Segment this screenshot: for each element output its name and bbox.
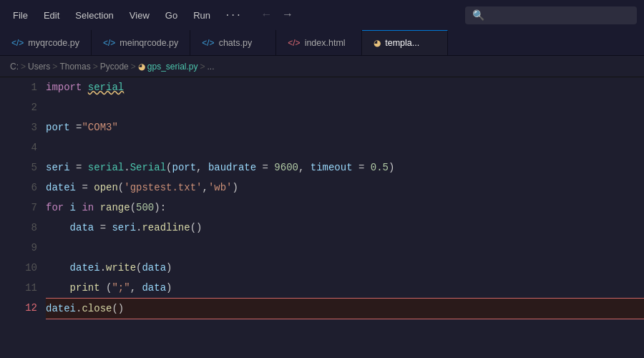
op-eq2: = bbox=[76, 158, 88, 178]
str-semi: ";" bbox=[112, 278, 130, 298]
code-line-2 bbox=[46, 97, 644, 117]
search-icon: 🔍 bbox=[472, 9, 484, 21]
code-line-7: for i in range(500): bbox=[46, 198, 644, 218]
line-numbers: 1 2 3 4 5 6 7 8 9 10 11 12 bbox=[6, 77, 43, 358]
html-icon: </> bbox=[288, 38, 300, 48]
sep3: > bbox=[93, 62, 98, 72]
code-line-5: seri = serial.Serial(port, baudrate = 96… bbox=[46, 158, 644, 178]
py-icon-2: </> bbox=[103, 38, 115, 48]
line-num-5: 5 bbox=[6, 158, 37, 178]
gutter-indicator bbox=[0, 77, 6, 358]
breadcrumb-dots: ... bbox=[208, 62, 215, 72]
op-eq6: = bbox=[100, 218, 112, 238]
menu-edit[interactable]: Edit bbox=[38, 7, 65, 24]
menu-run[interactable]: Run bbox=[187, 7, 216, 24]
line-num-11: 11 bbox=[6, 278, 37, 298]
tab-meinqrcode[interactable]: </> meinqrcode.py bbox=[92, 30, 190, 55]
nav-arrows: ← → bbox=[257, 7, 296, 23]
punc-dot2: . bbox=[136, 218, 142, 238]
menu-view[interactable]: View bbox=[124, 7, 155, 24]
kw-import: import bbox=[46, 77, 88, 97]
var-port: port bbox=[46, 117, 76, 137]
param-baudrate: baudrate bbox=[208, 158, 263, 178]
line-num-6: 6 bbox=[6, 178, 37, 198]
tab-templa-label: templa... bbox=[385, 38, 419, 48]
punc-comma4: , bbox=[130, 278, 142, 298]
fn-open: open bbox=[94, 178, 118, 198]
indent-8 bbox=[46, 218, 70, 238]
line-num-7: 7 bbox=[6, 198, 37, 218]
str-gpstest: 'gpstest.txt' bbox=[124, 178, 202, 198]
editor: 1 2 3 4 5 6 7 8 9 10 11 12 import serial… bbox=[0, 77, 644, 358]
line-num-10: 10 bbox=[6, 258, 37, 278]
menu-selection[interactable]: Selection bbox=[69, 7, 119, 24]
tab-meinqrcode-label: meinqrcode.py bbox=[119, 38, 178, 48]
forward-button[interactable]: → bbox=[278, 7, 297, 23]
breadcrumb-pycode: Pycode bbox=[100, 62, 129, 72]
punc-comma2: , bbox=[298, 158, 311, 178]
tab-gps-serial[interactable]: ◕ templa... bbox=[362, 30, 448, 55]
sep5: > bbox=[200, 62, 205, 72]
line-num-2: 2 bbox=[6, 97, 37, 117]
num-9600: 9600 bbox=[274, 158, 298, 178]
punc-paren6: ): bbox=[154, 198, 166, 218]
var-seri2: seri bbox=[112, 218, 136, 238]
punc-paren9: ) bbox=[166, 258, 172, 278]
punc-paren3: ( bbox=[118, 178, 124, 198]
code-editor[interactable]: import serial port ="COM3" seri = serial… bbox=[43, 77, 644, 358]
line-num-12: 12 bbox=[6, 298, 37, 318]
line-num-8: 8 bbox=[6, 218, 37, 238]
punc-paren8: ( bbox=[136, 258, 142, 278]
punc-dot3: . bbox=[100, 258, 106, 278]
tab-myqrcode-label: myqrcode.py bbox=[28, 38, 79, 48]
punc-paren10: ( bbox=[106, 278, 112, 298]
cls-serial: Serial bbox=[130, 158, 166, 178]
py-icon-3: </> bbox=[202, 38, 214, 48]
tab-index-label: index.html bbox=[305, 38, 346, 48]
var-data2: data bbox=[142, 258, 166, 278]
search-input[interactable] bbox=[489, 10, 630, 21]
file-icon: ◕ bbox=[138, 62, 145, 72]
menu-go[interactable]: Go bbox=[160, 7, 183, 24]
var-datei: datei bbox=[46, 178, 82, 198]
tab-chats[interactable]: </> chats.py bbox=[190, 30, 276, 55]
back-button[interactable]: ← bbox=[257, 7, 275, 23]
punc-paren12: () bbox=[112, 299, 124, 319]
var-i: i bbox=[70, 198, 82, 218]
line-num-3: 3 bbox=[6, 117, 37, 137]
mod-serial2: serial bbox=[88, 158, 124, 178]
op-eq: = bbox=[76, 117, 82, 137]
tabs-bar: </> myqrcode.py </> meinqrcode.py </> ch… bbox=[0, 30, 644, 56]
tab-index[interactable]: </> index.html bbox=[276, 30, 362, 55]
var-datei2: datei bbox=[70, 258, 100, 278]
menu-file[interactable]: File bbox=[7, 7, 34, 24]
param-port: port bbox=[172, 158, 196, 178]
fn-close: close bbox=[82, 299, 112, 319]
param-timeout: timeout bbox=[311, 158, 358, 178]
code-line-8: data = seri.readline() bbox=[46, 218, 644, 238]
code-line-11: print (";", data) bbox=[46, 278, 644, 298]
indent-11 bbox=[46, 278, 70, 298]
code-line-1: import serial bbox=[46, 77, 644, 97]
punc-paren2: ) bbox=[389, 158, 394, 178]
var-data3: data bbox=[142, 278, 166, 298]
fn-print: print bbox=[70, 278, 106, 298]
sep2: > bbox=[52, 62, 57, 72]
breadcrumb-file: gps_serial.py bbox=[147, 62, 198, 72]
tab-myqrcode[interactable]: </> myqrcode.py bbox=[0, 30, 92, 55]
sep4: > bbox=[131, 62, 136, 72]
menu-more-icon[interactable]: ··· bbox=[220, 7, 245, 24]
fn-write: write bbox=[106, 258, 136, 278]
op-eq4: = bbox=[358, 158, 371, 178]
breadcrumb-thomas: Thomas bbox=[59, 62, 90, 72]
line-num-9: 9 bbox=[6, 238, 37, 258]
search-box[interactable]: 🔍 bbox=[465, 6, 637, 24]
punc-dot1: . bbox=[124, 158, 130, 178]
code-line-3: port ="COM3" bbox=[46, 117, 644, 137]
punc-paren4: ) bbox=[232, 178, 238, 198]
num-500: 500 bbox=[136, 198, 154, 218]
var-datei3: datei bbox=[46, 299, 76, 319]
num-05: 0.5 bbox=[371, 158, 389, 178]
py-icon: </> bbox=[11, 38, 24, 48]
menubar: File Edit Selection View Go Run ··· ← → … bbox=[0, 0, 644, 30]
